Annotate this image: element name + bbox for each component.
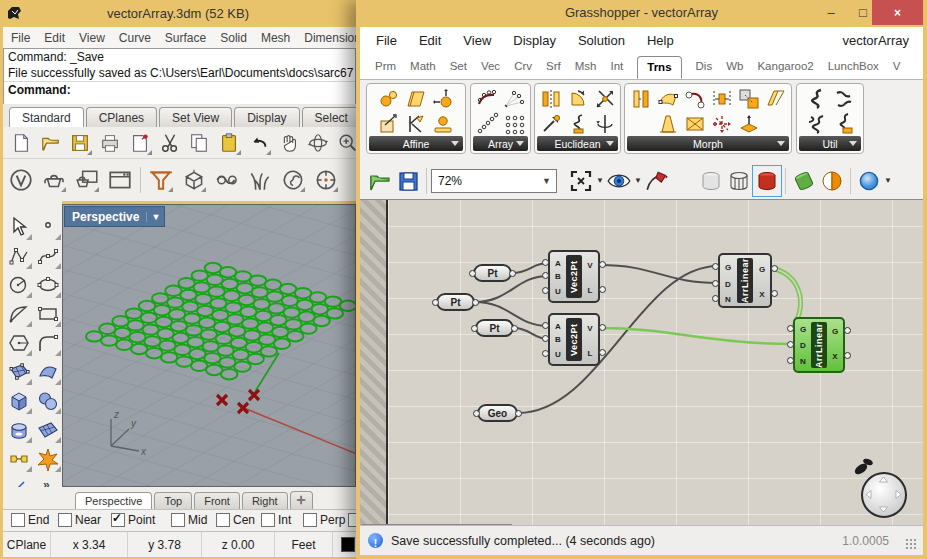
menu-edit[interactable]: Edit (44, 31, 65, 45)
shell-icon[interactable] (280, 167, 306, 193)
tab-dis[interactable]: Dis (696, 60, 713, 72)
tab-prm[interactable]: Prm (375, 60, 396, 72)
toolbar-tab-select[interactable]: Select (302, 107, 361, 127)
view-tab-right[interactable]: Right (242, 492, 288, 509)
euclidean-move-icon[interactable] (537, 111, 564, 136)
param-geometry[interactable]: Geo (477, 404, 518, 422)
panel-expand-icon[interactable] (849, 141, 857, 146)
euclidean-twist-icon[interactable] (564, 111, 591, 136)
document-name-label[interactable]: vectorArray (843, 33, 909, 48)
util-surface-flow-icon[interactable] (830, 111, 857, 136)
param-point-3[interactable]: Pt (475, 319, 514, 337)
polyline-icon[interactable] (7, 244, 32, 269)
affine-scale-nu-icon[interactable] (430, 86, 457, 111)
polygon-icon[interactable] (7, 331, 32, 356)
tab-v[interactable]: V (893, 60, 901, 72)
command-area[interactable]: Command: _Save File successfully saved a… (3, 48, 356, 105)
batch-render-icon[interactable] (74, 167, 100, 193)
morph-box-morph-icon[interactable] (681, 111, 708, 136)
undo-icon[interactable] (246, 130, 272, 156)
tab-kangaroo2[interactable]: Kangaroo2 (757, 60, 813, 72)
menu-view[interactable]: View (79, 31, 105, 45)
rhino-titlebar[interactable]: vectorArray.3dm (52 KB) (0, 0, 356, 27)
output-port-l[interactable]: L (584, 287, 596, 295)
morph-map-icon[interactable] (654, 86, 681, 111)
new-file-icon[interactable] (8, 130, 34, 156)
tab-trns-active[interactable]: Trns (637, 56, 681, 79)
input-port-u[interactable]: U (552, 288, 564, 296)
tab-crv[interactable]: Crv (514, 60, 532, 72)
osnap-perp-checkbox[interactable] (303, 513, 317, 527)
menu-solid[interactable]: Solid (220, 31, 247, 45)
toolbar-tab-setview[interactable]: Set View (159, 107, 232, 127)
menu-view[interactable]: View (463, 33, 491, 48)
menu-dimension[interactable]: Dimension (304, 31, 361, 45)
osnap-int[interactable]: Int (261, 513, 291, 527)
component-array-linear-1[interactable]: ArrLinear G D N G X (718, 253, 772, 308)
grasshopper-canvas[interactable]: Pt Pt Pt Geo Vec2Pt A B U V L Vec2Pt A B… (360, 200, 923, 525)
util-unwrap-icon[interactable] (830, 86, 857, 111)
panel-label[interactable]: Util (799, 136, 861, 151)
osnap-mid[interactable]: Mid (171, 513, 207, 527)
input-port-a[interactable]: A (552, 260, 564, 268)
array-rectangular-icon[interactable] (501, 111, 528, 136)
viewport-menu-caret-icon[interactable]: ▼ (146, 212, 160, 222)
morph-sporph-icon[interactable] (735, 111, 762, 136)
input-port-d[interactable]: D (722, 281, 734, 289)
vray-icon[interactable] (8, 167, 34, 193)
circle-icon[interactable] (7, 273, 32, 298)
panel-label[interactable]: Morph (627, 136, 789, 151)
box-edit-icon[interactable] (181, 167, 207, 193)
mesh-surface-icon[interactable] (36, 418, 61, 443)
input-port-b[interactable]: B (552, 336, 564, 344)
tab-set[interactable]: Set (450, 60, 467, 72)
util-twist-flow-icon[interactable] (803, 111, 830, 136)
annotate-spray-icon[interactable] (127, 130, 153, 156)
component-vector2pt-2[interactable]: Vec2Pt A B U V L (548, 313, 600, 366)
sketch-pen-icon[interactable] (643, 166, 671, 196)
euclidean-mirror-icon[interactable] (537, 86, 564, 111)
grass-icon[interactable] (247, 167, 273, 193)
preview-wireframe-icon[interactable] (725, 166, 753, 196)
layer-color-swatch[interactable] (341, 537, 355, 552)
view-tab-top[interactable]: Top (154, 492, 192, 509)
component-array-linear-2-selected[interactable]: ArrLinear G D N G X (793, 317, 845, 373)
cut-icon[interactable] (157, 130, 183, 156)
affine-scale-icon[interactable] (376, 86, 403, 111)
affine-scale-1d-icon[interactable] (430, 111, 457, 136)
panel-label[interactable]: Affine (369, 136, 463, 151)
tab-vec[interactable]: Vec (481, 60, 500, 72)
affine-project-icon[interactable] (376, 111, 403, 136)
osnap-point[interactable]: Point (111, 513, 155, 527)
affine-orient-icon[interactable] (403, 111, 430, 136)
menu-help[interactable]: Help (647, 33, 674, 48)
ellipse-icon[interactable] (36, 273, 61, 298)
spheres-icon[interactable] (36, 389, 61, 414)
menu-mesh[interactable]: Mesh (261, 31, 290, 45)
tab-wb[interactable]: Wb (726, 60, 743, 72)
output-port-l[interactable]: L (584, 350, 596, 358)
status-units[interactable]: Feet (275, 532, 333, 557)
panel-expand-icon[interactable] (451, 141, 459, 146)
toolbar-tab-cplanes[interactable]: CPlanes (86, 107, 157, 127)
rhino-viewport[interactable]: z y x Perspective ▼ (62, 204, 356, 487)
osnap-end-checkbox[interactable] (11, 513, 25, 527)
osnap-tan[interactable]: Tan (348, 513, 356, 527)
view-tab-front[interactable]: Front (194, 492, 240, 509)
osnap-mid-checkbox[interactable] (171, 513, 185, 527)
render-window-icon[interactable] (107, 167, 133, 193)
menu-edit[interactable]: Edit (419, 33, 441, 48)
osnap-cen-checkbox[interactable] (216, 513, 230, 527)
component-vector2pt-1[interactable]: Vec2Pt A B U V L (548, 250, 600, 303)
panel-expand-icon[interactable] (516, 141, 524, 146)
open-file-icon[interactable] (38, 130, 64, 156)
array-curve-icon[interactable] (474, 86, 501, 111)
output-port-v[interactable]: V (584, 262, 596, 270)
osnap-point-checkbox[interactable] (111, 513, 125, 527)
zoom-extents-icon[interactable] (567, 166, 595, 196)
select-caret-icon[interactable]: ▼ (542, 176, 556, 186)
osnap-near-checkbox[interactable] (58, 513, 72, 527)
morph-flow-icon[interactable] (627, 86, 654, 111)
input-port-d[interactable]: D (797, 342, 809, 350)
print-icon[interactable] (97, 130, 123, 156)
